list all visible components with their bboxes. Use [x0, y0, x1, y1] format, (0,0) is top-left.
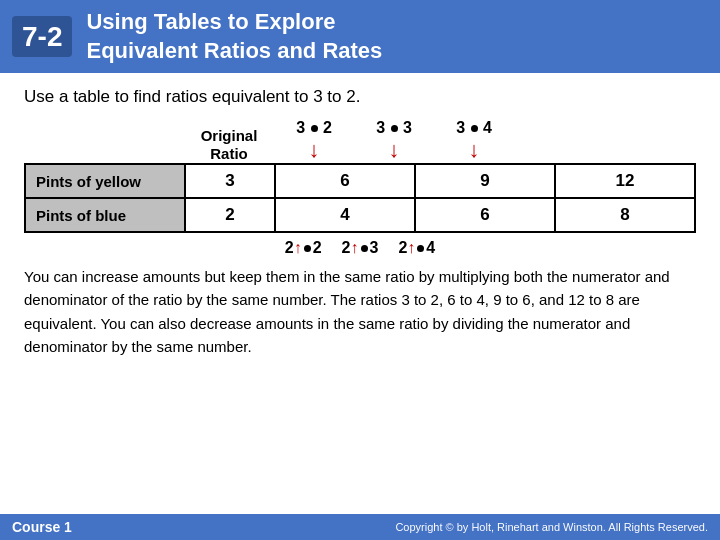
arrow-down-3: ↓	[434, 137, 514, 163]
mult-item-1: 2 ↑ 2	[285, 239, 322, 257]
page-footer: Course 1 Copyright © by Holt, Rinehart a…	[0, 514, 720, 540]
table-row: Pints of blue 2 4 6 8	[25, 198, 695, 232]
row-label-yellow: Pints of yellow	[25, 164, 185, 198]
cell-yellow-2: 9	[415, 164, 555, 198]
cell-blue-2: 6	[415, 198, 555, 232]
arrow-down-1: ↓	[274, 137, 354, 163]
page-title: Using Tables to Explore Equivalent Ratio…	[86, 8, 382, 65]
ratio-label-2: 3 3	[376, 119, 412, 136]
body-text: You can increase amounts but keep them i…	[24, 265, 696, 358]
ratio-col-2: 3 3 ↓	[354, 119, 434, 163]
cell-yellow-base: 3	[185, 164, 275, 198]
cell-yellow-1: 6	[275, 164, 415, 198]
cell-blue-1: 4	[275, 198, 415, 232]
original-ratio-label: Original Ratio	[184, 127, 274, 163]
course-label: Course 1	[12, 519, 72, 535]
cell-blue-base: 2	[185, 198, 275, 232]
up-arrow-2: ↑	[351, 239, 359, 257]
intro-text: Use a table to find ratios equivalent to…	[24, 87, 696, 107]
ratio-col-1: 3 2 ↓	[274, 119, 354, 163]
table-header-row: Original Ratio 3 2 ↓ 3 3 ↓ 3 4 ↓	[24, 119, 696, 163]
up-arrow-1: ↑	[294, 239, 302, 257]
up-arrow-3: ↑	[407, 239, 415, 257]
page-header: 7-2 Using Tables to Explore Equivalent R…	[0, 0, 720, 73]
mult-item-3: 2 ↑ 4	[398, 239, 435, 257]
multiplier-row: 2 ↑ 2 2 ↑ 3 2 ↑ 4	[24, 239, 696, 257]
ratio-col-3: 3 4 ↓	[434, 119, 514, 163]
lesson-badge: 7-2	[12, 16, 72, 58]
cell-yellow-3: 12	[555, 164, 695, 198]
row-label-blue: Pints of blue	[25, 198, 185, 232]
table-section: Original Ratio 3 2 ↓ 3 3 ↓ 3 4 ↓ Pints o…	[24, 119, 696, 233]
mult-item-2: 2 ↑ 3	[342, 239, 379, 257]
copyright-text: Copyright © by Holt, Rinehart and Winsto…	[395, 521, 708, 533]
ratio-label-1: 3 2	[296, 119, 332, 136]
data-table: Pints of yellow 3 6 9 12 Pints of blue 2…	[24, 163, 696, 233]
ratio-label-3: 3 4	[456, 119, 492, 136]
table-row: Pints of yellow 3 6 9 12	[25, 164, 695, 198]
arrow-down-2: ↓	[354, 137, 434, 163]
cell-blue-3: 8	[555, 198, 695, 232]
main-content: Use a table to find ratios equivalent to…	[0, 73, 720, 378]
